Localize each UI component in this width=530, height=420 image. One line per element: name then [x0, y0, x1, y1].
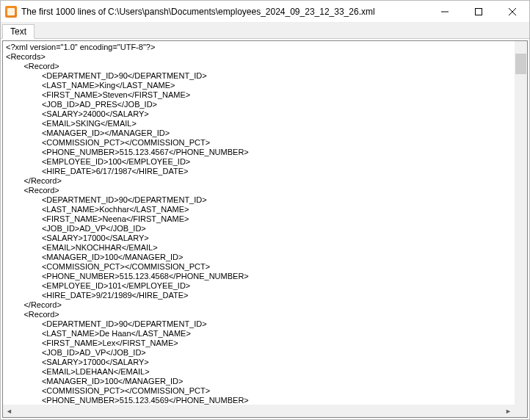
app-icon	[5, 6, 17, 18]
minimize-icon	[441, 8, 449, 15]
tab-text[interactable]: Text	[2, 24, 35, 39]
svg-rect-1	[476, 8, 482, 15]
titlebar: The first 1000 lines of C:\Users\pansh\D…	[1, 1, 529, 23]
vertical-scroll-thumb[interactable]	[515, 54, 526, 74]
tab-bar: Text	[1, 23, 529, 39]
maximize-button[interactable]	[462, 1, 495, 22]
close-icon	[509, 8, 516, 15]
maximize-icon	[475, 8, 482, 15]
minimize-button[interactable]	[428, 1, 462, 22]
vertical-scrollbar[interactable]	[515, 41, 527, 405]
horizontal-scrollbar[interactable]: ◄ ►	[3, 405, 515, 417]
scroll-corner	[515, 405, 527, 417]
window-title: The first 1000 lines of C:\Users\pansh\D…	[17, 7, 428, 17]
close-button[interactable]	[495, 1, 529, 22]
window-buttons	[428, 1, 529, 22]
content-panel: <?xml version="1.0" encoding="UTF-8"?> <…	[2, 40, 528, 418]
scroll-left-arrow[interactable]: ◄	[3, 405, 15, 417]
scroll-right-arrow[interactable]: ►	[502, 405, 515, 417]
xml-text-view[interactable]: <?xml version="1.0" encoding="UTF-8"?> <…	[3, 41, 515, 405]
